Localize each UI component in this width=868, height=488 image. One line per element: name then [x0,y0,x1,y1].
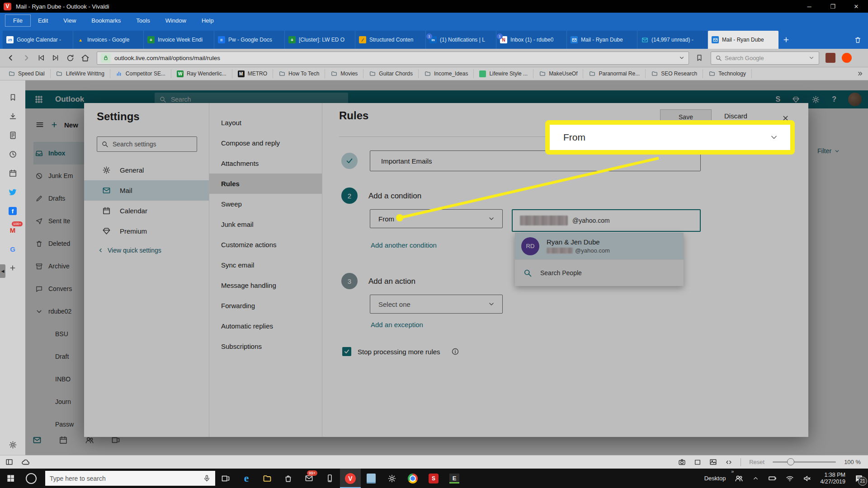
url-field[interactable]: outlook.live.com/mail/options/mail/rules [97,52,689,65]
browser-tab[interactable]: ≡Pw - Google Docs [214,31,285,49]
calendar-panel-icon[interactable] [0,164,25,183]
panel-settings-gear-icon[interactable] [0,441,25,449]
bookmark-item[interactable]: WRay Wenderlic... [171,69,232,78]
microphone-icon[interactable] [203,474,211,482]
cortana-icon[interactable] [21,469,42,488]
bookmark-item[interactable]: Movies [325,69,363,78]
rewind-icon[interactable] [37,54,45,62]
extension-reddit-icon[interactable] [842,53,852,63]
bookmark-item[interactable]: Lifewire Style ... [474,69,533,78]
volume-muted-icon[interactable] [803,474,811,483]
taskbar-app-chrome[interactable] [402,469,423,488]
reload-icon[interactable] [66,54,75,62]
taskbar-app-file-explorer[interactable] [257,469,278,488]
menu-bookmarks[interactable]: Bookmarks [84,15,128,26]
browser-tab[interactable]: (14,997 unread) - [637,31,708,49]
extension-pocket-icon[interactable] [826,53,835,63]
maximize-button[interactable]: ❐ [821,0,844,13]
bookmark-item[interactable]: Speed Dial [3,69,51,78]
taskbar-app-vivaldi[interactable]: V [340,469,361,488]
bookmark-panel-icon[interactable] [0,88,25,107]
zoom-slider[interactable] [773,461,836,463]
bookmark-flag-icon[interactable] [695,54,703,62]
bookmark-item[interactable]: Technology [703,69,752,78]
download-panel-icon[interactable] [0,107,25,126]
sync-cloud-icon[interactable] [21,458,30,466]
minimize-button[interactable]: ─ [797,0,821,13]
panel-collapse-icon[interactable]: ◀ [0,264,5,278]
images-toggle-icon[interactable] [709,458,717,466]
bookmark-item[interactable]: MakeUseOf [533,69,583,78]
bookmark-item[interactable]: SEO Research [646,69,703,78]
bookmark-item[interactable]: Competitor SE... [110,69,171,78]
home-icon[interactable] [81,54,90,62]
forward-icon[interactable] [22,53,31,62]
battery-icon[interactable] [768,474,777,483]
browser-tab[interactable]: ∕Structured Conten [355,31,426,49]
bookmark-item[interactable]: Paranormal Re... [583,69,646,78]
browser-search-field[interactable]: Search Google [711,52,819,65]
taskbar-app-notepad[interactable] [361,469,382,488]
chevron-double-icon[interactable]: » [731,469,734,474]
taskbar-app-task-view[interactable] [215,469,236,488]
taskbar-app-scrivener[interactable]: S [423,469,444,488]
menu-tools[interactable]: Tools [128,15,157,26]
browser-tab[interactable]: N1Inbox (1) - rdube0 [496,31,567,49]
taskbar-app-edge[interactable]: e [236,469,257,488]
fast-forward-icon[interactable] [52,54,60,62]
menu-edit[interactable]: Edit [30,15,56,26]
menu-view[interactable]: View [56,15,84,26]
back-icon[interactable] [6,53,15,62]
browser-tab[interactable]: ▲Invoices - Google [73,31,144,49]
document-panel-icon[interactable] [0,126,25,145]
taskbar-app-store[interactable] [278,469,298,488]
bookmarks-overflow-icon[interactable] [857,70,863,77]
capture-camera-icon[interactable] [678,458,686,466]
browser-tab[interactable]: 25Google Calendar - [3,31,73,49]
browser-tab[interactable]: +Invoice Week Endi [144,31,214,49]
action-center-icon[interactable]: 21 [854,474,863,483]
url-dropdown-icon[interactable] [679,55,685,61]
zoom-slider-knob[interactable] [787,458,794,465]
new-tab-button[interactable] [778,31,794,49]
browser-tab[interactable]: +[Cluster]: LW ED O [285,31,355,49]
browser-tab[interactable]: Mail - Ryan Dube [567,31,637,49]
bookmark-item[interactable]: Income_Ideas [419,69,474,78]
google-panel-icon[interactable]: G [0,239,25,258]
browser-tab[interactable]: in1(1) Notifications | L [426,31,496,49]
hidden-icons-chevron[interactable] [752,475,759,482]
menu-file[interactable]: File [5,15,30,26]
mail-icon [641,36,648,43]
from-dropdown-value: From [563,132,585,143]
menu-help[interactable]: Help [194,15,222,26]
search-dropdown-icon[interactable] [808,55,815,61]
start-button[interactable] [0,469,21,488]
chart-icon [116,70,123,77]
menu-window[interactable]: Window [158,15,194,26]
history-panel-icon[interactable] [0,145,25,164]
wifi-icon[interactable] [786,474,794,483]
twitter-panel-icon[interactable] [0,183,25,202]
tiling-icon[interactable] [694,459,701,466]
bookmark-item[interactable]: How To Tech [273,69,325,78]
taskbar-app-mail[interactable]: 99+ [298,469,319,488]
browser-tab[interactable]: Mail - Ryan Dube [708,31,778,49]
taskbar-app-phone[interactable] [319,469,340,488]
taskbar-search-box[interactable]: Type here to search [45,471,215,486]
facebook-panel-icon[interactable]: f [0,202,25,221]
taskbar-clock[interactable]: 1:38 PM 4/27/2019 [820,472,845,485]
closed-tabs-trash-icon[interactable] [854,31,862,49]
close-button[interactable]: ✕ [844,0,868,13]
bookmark-item[interactable]: MMETRO [232,69,273,78]
panel-toggle-icon[interactable] [5,458,13,466]
gmail-panel-icon[interactable]: M100+ [0,221,25,239]
taskbar-app-settings[interactable] [382,469,402,488]
desktop-toolbar[interactable]: Desktop » [704,475,726,482]
taskbar-app-editor[interactable]: E [444,469,465,488]
bookmark-item[interactable]: LifeWire Writtng [51,69,110,78]
zoom-reset-label[interactable]: Reset [749,459,764,465]
bookmark-item[interactable]: Guitar Chords [363,69,419,78]
people-icon[interactable] [735,474,743,483]
page-actions-icon[interactable] [725,459,732,466]
highlighted-from-dropdown[interactable]: From [545,120,795,155]
